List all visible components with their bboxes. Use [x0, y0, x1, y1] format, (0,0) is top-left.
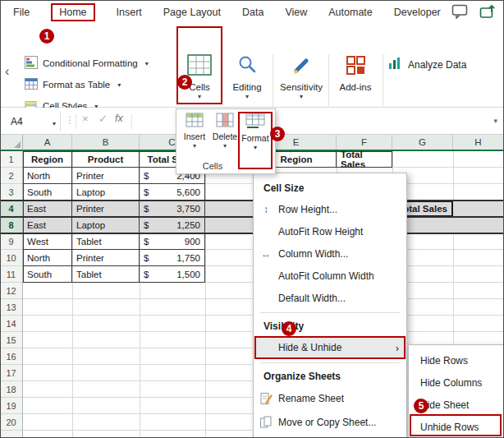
comments-icon[interactable]	[451, 4, 468, 21]
cell-f1[interactable]: Total Sales	[337, 151, 392, 168]
tab-automate[interactable]: Automate	[328, 7, 373, 18]
cell-a9[interactable]: West	[23, 233, 72, 250]
row-header[interactable]: 2	[0, 168, 22, 184]
enter-icon[interactable]: ✓	[99, 113, 108, 125]
menu-item-autofit-column-width[interactable]: AutoFit Column Width	[254, 265, 406, 287]
menu-item-column-width[interactable]: ↔ Column Width...	[254, 242, 406, 265]
row-header[interactable]: 15	[0, 332, 22, 348]
conditional-formatting-button[interactable]: Conditional Formatting ▾	[25, 53, 174, 74]
column-header[interactable]: A	[23, 135, 72, 150]
tab-developer[interactable]: Developer	[394, 7, 441, 18]
menu-item-rename-sheet[interactable]: Rename Sheet	[254, 386, 406, 410]
cell-a4[interactable]: East	[23, 201, 72, 217]
menu-section-organize-sheets: Organize Sheets	[254, 367, 406, 386]
row-header[interactable]: 17	[0, 365, 22, 381]
cell-a10[interactable]: North	[23, 250, 72, 266]
row-header[interactable]: 14	[0, 316, 22, 332]
menu-item-default-width[interactable]: Default Width...	[254, 287, 406, 309]
row-header[interactable]: 18	[0, 381, 22, 398]
step-4-badge: 4	[282, 321, 296, 336]
menu-item-move-copy-sheet[interactable]: Move or Copy Sheet...	[254, 410, 406, 434]
cell-c10[interactable]: $ 1,750	[140, 250, 205, 266]
delete-button[interactable]: Delete ▾	[210, 113, 240, 160]
currency-symbol: $	[144, 220, 149, 230]
tab-page-layout[interactable]: Page Layout	[163, 7, 221, 18]
format-as-table-button[interactable]: Format as Table ▾	[25, 74, 174, 95]
rename-sheet-icon	[254, 392, 278, 405]
submenu-item-hide-rows[interactable]: Hide Rows	[409, 349, 503, 371]
row-header[interactable]: 16	[0, 348, 22, 365]
cancel-icon[interactable]: ×	[82, 113, 89, 125]
menu-item-hide-unhide[interactable]: Hide & Unhide ›	[254, 336, 406, 359]
cell-a2[interactable]: North	[23, 168, 72, 184]
share-icon[interactable]	[479, 4, 497, 21]
cell-a1[interactable]: Region	[23, 151, 72, 168]
cell-a3[interactable]: South	[23, 184, 72, 201]
tab-insert[interactable]: Insert	[117, 7, 142, 18]
cell-b2[interactable]: Printer	[72, 168, 140, 184]
row-header[interactable]: 9	[0, 233, 22, 250]
format-button[interactable]: Format ▾	[241, 113, 270, 160]
row-header[interactable]: 10	[0, 250, 22, 266]
submenu-item-hide-columns[interactable]: Hide Columns	[409, 371, 503, 394]
cell-c8[interactable]: $ 1,250	[140, 217, 205, 233]
selection-border-line	[0, 233, 504, 234]
column-header[interactable]: H	[453, 135, 504, 150]
tab-home[interactable]: Home	[51, 3, 94, 21]
column-header[interactable]: F	[337, 135, 392, 150]
column-header[interactable]: B	[72, 135, 140, 150]
row-header[interactable]: 1	[0, 151, 22, 168]
editing-button[interactable]: Editing ▾	[227, 54, 268, 100]
currency-symbol: $	[144, 237, 149, 247]
addins-button[interactable]: Add-ins	[333, 54, 378, 92]
cell-b10[interactable]: Printer	[72, 250, 140, 266]
cell-c3[interactable]: $ 5,600	[140, 184, 205, 201]
currency-symbol: $	[144, 270, 149, 279]
row-header[interactable]: 3	[0, 184, 22, 201]
cell-b11[interactable]: Tablet	[72, 266, 140, 283]
cell-b9[interactable]: Tablet	[72, 233, 140, 250]
cell-b1[interactable]: Product	[72, 151, 140, 168]
chevron-down-icon: ▾	[223, 143, 227, 150]
editing-icon	[236, 54, 258, 77]
cell-b3[interactable]: Laptop	[72, 184, 140, 201]
insert-button[interactable]: Insert ▾	[180, 113, 209, 160]
row-header[interactable]: 11	[0, 266, 22, 283]
analyze-data-button[interactable]: Analyze Data	[387, 56, 466, 73]
collapse-pane-icon[interactable]: ‹	[5, 64, 9, 79]
menu-item-label: Row Height...	[278, 204, 337, 215]
cell-c9[interactable]: $ 900	[140, 233, 205, 250]
cell-a8[interactable]: East	[23, 217, 72, 233]
column-header[interactable]: G	[392, 135, 453, 150]
format-as-table-label: Format as Table	[43, 80, 110, 90]
cells-icon	[187, 54, 212, 77]
menu-item-row-height[interactable]: ↕ Row Height...	[254, 198, 406, 220]
analyze-data-icon	[387, 56, 402, 73]
name-box[interactable]: A4 ▾	[3, 112, 61, 131]
row-header[interactable]: 12	[0, 283, 22, 299]
tab-view[interactable]: View	[285, 7, 307, 18]
row-header[interactable]: 19	[0, 398, 22, 414]
cell-b4[interactable]: Printer	[72, 201, 140, 217]
row-header[interactable]: 13	[0, 299, 22, 316]
formula-bar-expand-icon[interactable]: ▾	[493, 117, 497, 125]
amount: 1,500	[176, 270, 200, 279]
tab-data[interactable]: Data	[242, 7, 263, 18]
currency-symbol: $	[144, 253, 149, 263]
menu-item-autofit-row-height[interactable]: AutoFit Row Height	[254, 220, 406, 242]
row-header[interactable]: 8	[0, 217, 22, 233]
menu-section-cell-size: Cell Size	[254, 178, 406, 198]
row-header[interactable]: 20	[0, 414, 22, 431]
cell-c11[interactable]: $ 1,500	[140, 266, 205, 283]
row-header[interactable]: 4	[0, 201, 22, 217]
cells-button-label: Cells	[189, 82, 210, 92]
sensitivity-button[interactable]: Sensitivity ▾	[277, 54, 325, 100]
cell-b8[interactable]: Laptop	[72, 217, 140, 233]
submenu-item-unhide-rows[interactable]: Unhide Rows	[409, 416, 503, 438]
select-all-corner[interactable]	[0, 135, 23, 151]
insert-cells-icon	[186, 113, 204, 129]
tab-file[interactable]: File	[13, 7, 30, 18]
cell-c4[interactable]: $ 3,750	[140, 201, 205, 217]
cell-a11[interactable]: South	[23, 266, 72, 283]
insert-function-icon[interactable]: fx	[115, 113, 123, 124]
